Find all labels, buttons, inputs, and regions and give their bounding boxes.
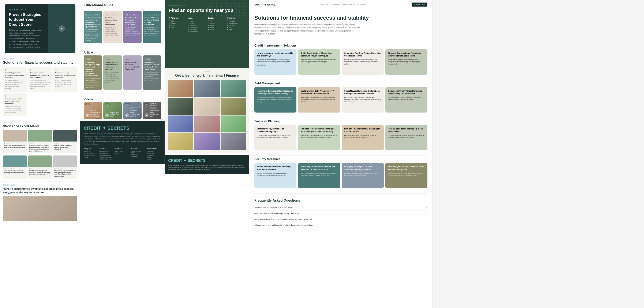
video-card-3[interactable]: Advice ▶ Learning about various investme… [123, 102, 142, 119]
security-card-4[interactable]: Shielding your Identity: Proactive Steps… [386, 163, 428, 188]
security-card-2[interactable]: Protecting Your Financial Identity: Key … [298, 163, 340, 188]
footer-link[interactable]: Facebook [147, 154, 161, 156]
blog-item-3[interactable]: Article How to improve my credit scores … [53, 130, 77, 153]
member-login-button[interactable]: Member Login [412, 3, 428, 7]
credit-card-4[interactable]: Strategic Conversations: Negotiating wit… [386, 49, 428, 75]
decorative-dot [239, 11, 240, 11]
footer-link[interactable]: Get Business Loan [100, 158, 114, 160]
debt-card-4[interactable]: Guidance in Tough Times: Navigating Cred… [386, 87, 428, 113]
faq-item-2[interactable]: How can Smart Finance help improve my cr… [254, 210, 428, 216]
play-icon[interactable]: ▶ [125, 113, 129, 117]
blog-tag: Educational Guide [4, 168, 26, 169]
planning-section-title: Financial Planning [249, 120, 432, 123]
edu-card-4[interactable]: Educational Guide Financial Literacy for… [143, 11, 161, 43]
footer-link[interactable]: +1 (571) 1706 - 25217 [131, 151, 145, 154]
footer-link[interactable]: Terms & Services [84, 154, 98, 156]
photo-1 [168, 80, 193, 97]
credit-card-3[interactable]: Separating Fact from Fiction: Unraveling… [342, 49, 384, 75]
vid-title: Ways to give and grow your wealth [110, 112, 120, 117]
blog-item-2[interactable]: Advice Pathway to success guiding you th… [28, 130, 52, 153]
faq-item-4[interactable]: What types of loans and financial produc… [254, 222, 428, 228]
debt-card-2[interactable]: Mastering Your Debt-Free Journey: A Blue… [298, 87, 340, 113]
nav-link-about[interactable]: About Us [320, 4, 328, 6]
decorative-dot [226, 14, 227, 14]
footer-link[interactable]: Privacy [84, 156, 98, 158]
solution-card-1[interactable]: How to improve my credit score quickly a… [3, 67, 27, 92]
map-item: Indonesia [188, 29, 206, 30]
decorative-dot [216, 14, 217, 14]
video-card-1[interactable]: Video ▶ How can I master financial plann… [84, 102, 102, 119]
nav-link-contact[interactable]: Contact Us [357, 4, 366, 6]
planning-card-4[interactable]: How my good credit scores help me in fin… [386, 125, 428, 150]
decorative-dot [246, 6, 247, 7]
planning-card-3[interactable]: How can I master financial planning for … [342, 125, 384, 150]
navbar: SMART ✦ FINANCE About Us Solutions Resou… [249, 0, 432, 9]
decorative-dot [226, 9, 227, 10]
blog-title: Pathway to success guiding you through t… [29, 144, 51, 152]
footer-link[interactable]: Get Personal Loan [100, 156, 114, 158]
blog-item-4[interactable]: Educational Guide How can I master finan… [3, 155, 27, 179]
security-card-1[interactable]: Robust Security Protocols: Shielding You… [254, 163, 296, 188]
dot-icon [169, 25, 170, 26]
blog-tag: Advice [29, 168, 51, 169]
footer-link[interactable]: Instagram [147, 153, 161, 154]
planning-card-1[interactable]: What are the key principles of successfu… [254, 125, 296, 150]
planning-card-2[interactable]: The Road to Retirement: Key Insights for… [298, 125, 340, 150]
footer-link[interactable]: Youtube [147, 158, 161, 160]
nav-link-solutions[interactable]: Solutions [332, 4, 340, 6]
faq-item-3[interactable]: Is my personal and financial information… [254, 216, 428, 222]
video-card-2[interactable]: Video ▶ Ways to give and grow your wealt… [103, 102, 122, 119]
edu-card-1[interactable]: Educational Guide Cultivate financial mi… [84, 11, 102, 43]
edu-card-2[interactable]: Educational Guide Credit Card Wisdom: Us… [103, 11, 122, 43]
article-card-3[interactable]: Article Separating Fact fro Fiction: Unr… [123, 56, 142, 90]
art-title: Maximizing Rewards: A Guide to Using Cre… [144, 62, 160, 71]
decorative-dot [214, 12, 214, 13]
decorative-dot [246, 11, 247, 11]
play-icon[interactable]: ▶ [85, 113, 90, 117]
footer-link[interactable]: About Us [84, 151, 98, 152]
edu-card-3[interactable]: Educational Guide Smart Budgeting Techni… [123, 11, 142, 43]
solution-card-2[interactable]: How can I master financial planning for … [28, 67, 52, 92]
footer-link[interactable]: Get Mortgage [100, 153, 114, 154]
article-card-2[interactable]: Article Understand the fundamentals of r… [103, 56, 122, 90]
solution-card-3[interactable]: What are the key principles of successfu… [53, 67, 77, 92]
blog-item-5[interactable]: Advice The Power of Compound Interest: A… [28, 155, 52, 179]
hero-text: Explore our revolutionary program that h… [9, 29, 43, 49]
decorative-dot [224, 15, 224, 16]
play-icon[interactable]: ▶ [144, 113, 149, 117]
credit-card-1[interactable]: How to improve my credit score quickly a… [254, 49, 296, 75]
article-card-4[interactable]: Article Maximizing Rewards: A Guide to U… [143, 56, 161, 90]
play-icon[interactable]: ▶ [105, 113, 109, 117]
footer-link[interactable]: LinkedIn [147, 151, 161, 152]
decorative-dot [214, 5, 214, 5]
credit-card-2[interactable]: Credit Boost Mastery: Elevate Your Score… [298, 49, 340, 75]
footer-link[interactable]: Login [115, 153, 130, 154]
footer-link[interactable]: Member Login In [84, 153, 98, 154]
decorative-dot [242, 5, 242, 5]
map-item: Cuba [169, 27, 187, 28]
faq-item-1[interactable]: What is Smart Finance and how does it wo… [254, 205, 428, 210]
footer-link[interactable]: Rate credit score [100, 154, 114, 156]
card-title: Robust Security Protocols: Shielding You… [257, 165, 294, 171]
divider-2 [84, 94, 161, 94]
solution-card-4[interactable]: How my good credit scores help me in bud… [3, 93, 27, 116]
video-card-4[interactable]: Video ▶ The importance of Building Emerg… [143, 102, 161, 119]
footer-link[interactable]: Get Auto Loan [100, 151, 114, 152]
footer-link[interactable]: Help Centre [115, 151, 130, 152]
debt-card-1[interactable]: Investing in Education: Key Strategy for… [254, 87, 296, 113]
learn-more-link[interactable]: Learn More → [257, 64, 294, 66]
footer-link[interactable]: Live Chat [131, 156, 145, 157]
security-card-3[interactable]: Fortifying Your Digital Finance: Advance… [342, 163, 384, 188]
debt-card-3[interactable]: Smart Moves: Navigating Student Loan Str… [342, 87, 384, 113]
blog-item-1[interactable]: ▶ Video Smart and easy ways to boost you… [3, 130, 27, 153]
article-card-1[interactable]: Article Budgeting strategies to align in… [84, 56, 102, 90]
decorative-dot [234, 8, 234, 8]
blog-tag: Advice [29, 143, 51, 144]
decorative-dot [221, 3, 222, 4]
blog-item-6[interactable]: Educational Guide Ways to manage and eli… [53, 155, 77, 179]
play-button[interactable]: ▶ [58, 25, 65, 32]
nav-link-resources[interactable]: Resources ▾ [343, 4, 354, 6]
edu-card-tag: Educational Guide [85, 14, 100, 16]
footer-link[interactable]: Twitter [147, 156, 161, 158]
footer-link[interactable]: Messaging [131, 154, 145, 155]
